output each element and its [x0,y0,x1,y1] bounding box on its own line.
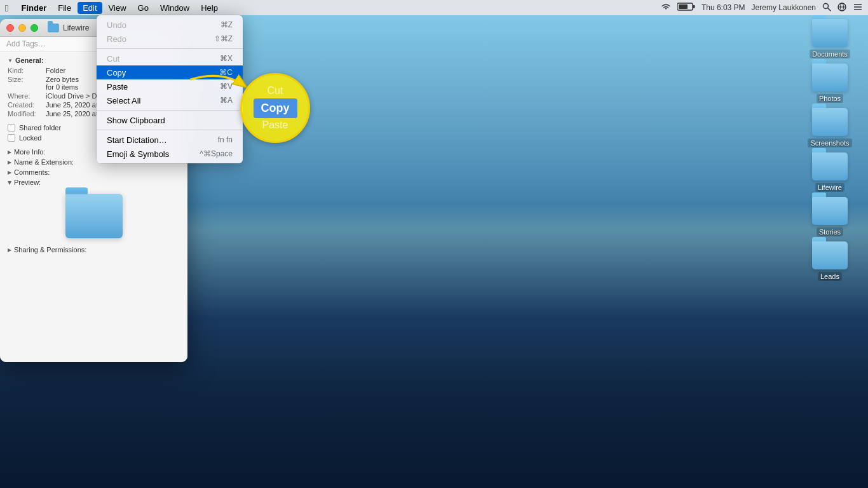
preview-row[interactable]: ▶ Preview: [8,177,180,187]
lifewire-folder-icon [812,152,848,180]
globe-icon[interactable] [837,3,846,13]
start-dictation-label: Start Dictation… [107,135,167,145]
desktop-icon-stories[interactable]: Stories [804,197,855,236]
where-label: Where: [8,92,46,100]
emoji-shortcut: ^⌘Space [200,149,233,158]
paste-label: Paste [107,82,128,92]
more-info-label: More Info: [14,148,46,156]
cut-label: Cut [107,54,119,64]
paste-shortcut: ⌘V [220,82,233,91]
menubar-item-finder[interactable]: Finder [16,2,51,14]
svg-rect-1 [679,4,688,9]
desktop-icon-photos[interactable]: Photos [804,64,855,103]
menu-separator-1 [97,48,243,49]
menu-item-paste[interactable]: Paste ⌘V [97,79,243,93]
desktop:  Finder File Edit View Go Window Help [0,0,868,488]
window-close-button[interactable] [6,24,14,32]
kind-label: Kind: [8,67,46,74]
menu-item-start-dictation[interactable]: Start Dictation… fn fn [97,133,243,147]
comments-label: Comments: [14,168,50,176]
photos-label: Photos [817,94,843,103]
circle-copy-text: Copy [254,98,297,118]
menu-separator-3 [97,130,243,130]
menubar-item-window[interactable]: Window [155,2,194,14]
menubar-item-help[interactable]: Help [196,2,223,14]
menubar-item-go[interactable]: Go [133,2,154,14]
window-maximize-button[interactable] [31,24,38,32]
cut-shortcut: ⌘X [220,54,233,63]
comments-row[interactable]: ▶ Comments: [8,167,180,177]
tags-placeholder: Add Tags… [6,39,46,48]
clock: Thu 6:03 PM [702,3,745,12]
select-all-label: Select All [107,96,140,105]
menubar-items: Finder File Edit View Go Window Help [16,2,660,14]
desktop-icon-lifewire[interactable]: Lifewire [804,152,855,192]
emoji-label: Emoji & Symbols [107,149,169,159]
comments-triangle: ▶ [8,170,11,175]
sharing-label: Sharing & Permissions: [14,246,86,254]
redo-label: Redo [107,34,126,44]
undo-label: Undo [107,20,126,30]
desktop-icon-documents[interactable]: Documents [804,19,855,58]
window-minimize-button[interactable] [18,24,26,32]
modified-label: Modified: [8,110,46,118]
list-icon[interactable] [853,3,863,13]
undo-shortcut: ⌘Z [220,20,233,29]
menu-item-undo[interactable]: Undo ⌘Z [97,18,243,32]
photos-folder-icon [812,64,848,92]
menu-item-select-all[interactable]: Select All ⌘A [97,93,243,107]
start-dictation-shortcut: fn fn [218,135,233,144]
documents-folder-icon [812,19,848,47]
lifewire-label: Lifewire [815,183,844,192]
preview-triangle: ▶ [7,180,13,184]
screenshots-label: Screenshots [808,139,851,147]
name-extension-label: Name & Extension: [14,158,74,166]
annotation-circle: Cut Copy Paste [240,73,310,143]
preview-folder-container [8,194,180,238]
yellow-highlight-circle: Cut Copy Paste [240,73,310,143]
user-name: Jeremy Laukkonen [752,3,816,12]
desktop-icon-screenshots[interactable]: Screenshots [804,108,855,147]
screenshots-folder-icon [812,108,848,136]
documents-label: Documents [810,50,850,58]
menubar-item-file[interactable]: File [53,2,76,14]
menu-item-emoji[interactable]: Emoji & Symbols ^⌘Space [97,147,243,161]
menu-item-show-clipboard[interactable]: Show Clipboard [97,113,243,127]
svg-line-4 [828,8,831,11]
sharing-permissions-row[interactable]: ▶ Sharing & Permissions: [8,245,180,255]
show-clipboard-label: Show Clipboard [107,116,165,125]
size-label: Size: [8,76,46,91]
finder-title: Lifewire [48,24,89,32]
folder-icon [48,24,59,32]
wifi-icon[interactable] [661,3,671,13]
triangle-icon: ▼ [8,58,13,64]
menubar-item-edit[interactable]: Edit [78,2,102,14]
created-label: Created: [8,101,46,109]
desktop-icon-leads[interactable]: Leads [804,241,855,281]
desktop-icons: Documents Photos Screenshots Lifewire St… [804,19,855,281]
search-icon[interactable] [822,3,831,13]
circle-cut-text: Cut [268,84,283,98]
copy-shortcut: ⌘C [219,68,233,77]
stories-label: Stories [817,227,843,236]
shared-folder-checkbox[interactable] [8,124,15,132]
kind-value: Folder [46,67,65,74]
menu-item-copy[interactable]: Copy ⌘C [97,65,243,79]
locked-checkbox[interactable] [8,134,15,142]
edit-menu-dropdown: Undo ⌘Z Redo ⇧⌘Z Cut ⌘X Copy ⌘C Paste ⌘V… [97,15,243,163]
menu-item-cut[interactable]: Cut ⌘X [97,51,243,65]
shared-folder-label: Shared folder [19,124,61,132]
menu-item-redo[interactable]: Redo ⇧⌘Z [97,32,243,46]
more-info-triangle: ▶ [8,149,11,155]
name-ext-triangle: ▶ [8,159,11,165]
menubar-right: Thu 6:03 PM Jeremy Laukkonen [661,3,863,13]
preview-folder-icon [65,194,123,238]
circle-paste-text: Paste [262,118,288,132]
menubar-item-view[interactable]: View [104,2,132,14]
apple-menu-item[interactable]:  [5,3,8,13]
select-all-shortcut: ⌘A [220,96,233,105]
menu-separator-2 [97,110,243,111]
battery-icon[interactable] [677,3,695,13]
preview-label: Preview: [14,179,41,186]
size-value: Zero bytesfor 0 items [46,76,79,91]
